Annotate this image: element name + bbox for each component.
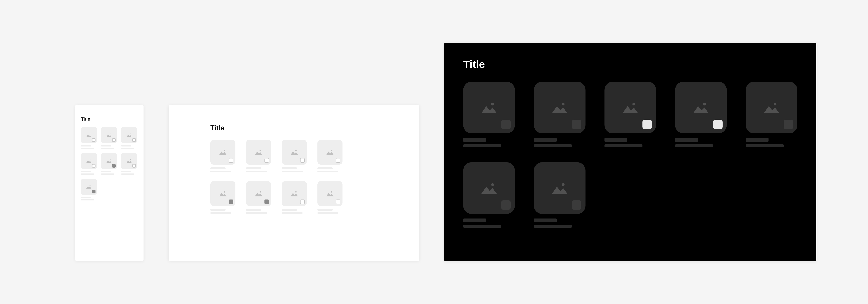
media-thumbnail[interactable] [604,82,656,133]
card-subtitle-placeholder [604,144,643,147]
section-title: Title [81,116,138,122]
card-title-placeholder [282,167,297,169]
card-title-placeholder [81,145,91,146]
select-checkbox[interactable] [92,190,95,193]
image-icon [622,101,639,114]
media-thumbnail[interactable] [317,140,342,165]
svg-point-10 [331,150,332,151]
media-card[interactable] [81,179,97,200]
media-card[interactable] [675,82,727,147]
svg-point-9 [295,150,297,151]
card-subtitle-placeholder [81,199,94,200]
media-card[interactable] [282,181,307,214]
select-checkbox[interactable] [572,120,581,129]
media-card[interactable] [463,82,515,147]
media-thumbnail[interactable] [210,140,236,165]
select-checkbox[interactable] [112,164,116,168]
media-card[interactable] [101,127,117,149]
media-thumbnail[interactable] [121,153,137,169]
select-checkbox[interactable] [713,120,722,129]
media-card[interactable] [210,181,236,214]
media-thumbnail[interactable] [121,127,137,143]
svg-point-6 [90,185,91,186]
card-subtitle-placeholder [675,144,713,147]
frame-mobile: Title [75,105,144,261]
card-title-placeholder [463,219,486,222]
media-thumbnail[interactable] [317,181,342,206]
select-checkbox[interactable] [300,158,305,163]
svg-point-0 [90,133,91,134]
select-checkbox[interactable] [784,120,793,129]
image-icon [126,159,132,163]
card-subtitle-placeholder [81,173,94,175]
svg-point-15 [491,103,494,106]
select-checkbox[interactable] [92,138,95,142]
select-checkbox[interactable] [643,120,652,129]
media-card[interactable] [246,140,271,172]
select-checkbox[interactable] [132,164,136,168]
svg-point-8 [259,150,261,151]
svg-point-14 [331,191,332,193]
select-checkbox[interactable] [112,138,116,142]
select-checkbox[interactable] [132,138,136,142]
card-title-placeholder [246,209,261,211]
select-checkbox[interactable] [92,164,95,168]
card-subtitle-placeholder [463,225,501,228]
image-icon [290,191,299,197]
media-thumbnail[interactable] [282,181,307,206]
svg-point-21 [562,183,565,186]
select-checkbox[interactable] [265,158,269,163]
select-checkbox[interactable] [501,120,511,129]
media-thumbnail[interactable] [81,153,97,169]
media-thumbnail[interactable] [246,140,271,165]
media-card[interactable] [81,153,97,175]
select-checkbox[interactable] [229,199,233,204]
card-subtitle-placeholder [210,171,231,172]
image-icon [692,101,710,114]
media-thumbnail[interactable] [81,179,97,195]
media-card[interactable] [746,82,797,147]
card-title-placeholder [604,138,627,142]
media-thumbnail[interactable] [81,127,97,143]
media-card[interactable] [210,140,236,172]
media-thumbnail[interactable] [210,181,236,206]
media-thumbnail[interactable] [463,82,515,133]
svg-point-13 [295,191,297,193]
media-thumbnail[interactable] [463,162,515,214]
media-card[interactable] [317,140,342,172]
svg-point-11 [224,191,225,193]
select-checkbox[interactable] [265,199,269,204]
select-checkbox[interactable] [336,158,340,163]
select-checkbox[interactable] [336,199,340,204]
card-title-placeholder [534,138,557,142]
frame-tablet: Title [168,105,419,261]
select-checkbox[interactable] [572,200,581,210]
media-card[interactable] [604,82,656,147]
select-checkbox[interactable] [229,158,233,163]
media-card[interactable] [101,153,117,175]
media-card[interactable] [317,181,342,214]
media-thumbnail[interactable] [282,140,307,165]
media-card[interactable] [121,127,137,149]
media-card[interactable] [463,162,515,228]
image-icon [551,182,568,194]
media-card[interactable] [534,162,586,228]
card-title-placeholder [101,171,111,172]
media-card[interactable] [534,82,586,147]
svg-point-18 [703,103,706,106]
select-checkbox[interactable] [300,199,305,204]
media-thumbnail[interactable] [101,127,117,143]
media-card[interactable] [246,181,271,214]
media-card[interactable] [121,153,137,175]
image-icon [763,101,780,114]
media-thumbnail[interactable] [534,82,586,133]
select-checkbox[interactable] [501,200,511,210]
card-grid [210,140,377,214]
media-thumbnail[interactable] [246,181,271,206]
media-thumbnail[interactable] [101,153,117,169]
media-thumbnail[interactable] [675,82,727,133]
media-card[interactable] [81,127,97,149]
media-thumbnail[interactable] [534,162,586,214]
media-thumbnail[interactable] [746,82,797,133]
media-card[interactable] [282,140,307,172]
